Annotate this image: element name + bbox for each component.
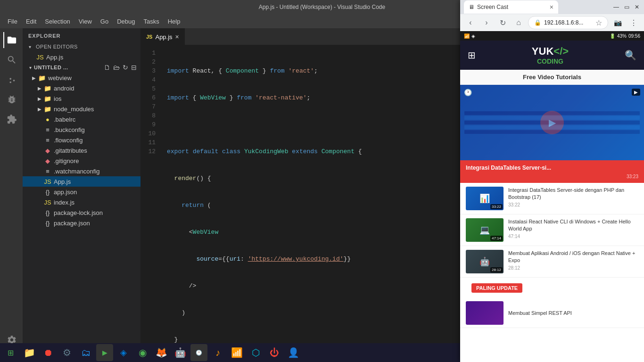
taskbar-apps2-icon[interactable]: ⬡ [247,344,264,361]
menu-tasks[interactable]: Tasks [140,16,163,27]
website-content[interactable]: ⊞ YUK</> CODING 🔍 Free Video Tutorials [460,41,644,362]
taskbar-android-icon[interactable]: 🤖 [172,344,189,361]
folder-android[interactable]: ▶ 📁 android [23,83,140,93]
menu-edit[interactable]: Edit [22,16,40,27]
section-badge-container: PALING UPDATE [460,278,644,298]
yuk-menu-icon[interactable]: ⊞ [468,49,476,61]
menu-help[interactable]: Help [164,16,184,27]
taskbar-record-icon[interactable]: ⏺ [40,344,57,361]
browser-maximize-btn[interactable]: ▭ [623,4,630,10]
featured-duration-badge: ▶ [632,89,640,96]
taskbar-chrome-icon[interactable]: ◉ [134,344,151,361]
android-arrow: ▶ [36,86,43,91]
video-thumb-1: 📊 33:22 [466,187,504,210]
menu-selection[interactable]: Selection [41,16,74,27]
browser-minimize-btn[interactable]: — [613,4,619,10]
activity-search-icon[interactable] [3,52,19,68]
address-bar[interactable]: 🔒 192.168.1.6:8... ☆ [528,16,608,29]
menu-file[interactable]: File [4,16,21,27]
taskbar-music-icon[interactable]: ♪ [209,344,226,361]
taskbar-power-icon[interactable]: ⏻ [266,344,283,361]
new-file-action[interactable]: 🗋 [103,63,111,72]
browser-home-btn[interactable]: ⌂ [512,16,525,29]
browser-back-btn[interactable]: ‹ [464,16,477,29]
activity-git-icon[interactable] [3,72,19,88]
browser-refresh-btn[interactable]: ↻ [496,16,509,29]
collapse-action[interactable]: ⊟ [130,63,138,72]
taskbar-firefox-icon[interactable]: 🦊 [153,344,170,361]
browser-screenshot-btn[interactable]: 📷 [611,16,624,29]
browser-window-controls: — ▭ ✕ [613,4,640,10]
browser-tab-close[interactable]: × [550,3,553,11]
packagelockjson-icon: {} [43,209,52,216]
activity-explorer-icon[interactable] [3,32,19,48]
browser-forward-btn[interactable]: › [480,16,493,29]
folder-node-modules[interactable]: ▶ 📁 node_modules [23,104,140,114]
flowconfig-icon: ≡ [43,137,52,144]
folder-webview[interactable]: ▶ 📁 webview [23,73,140,83]
taskbar-avatar-icon[interactable]: 👤 [285,344,302,361]
menu-go[interactable]: Go [97,16,112,27]
phone-battery-icon: 🔋 [610,33,615,39]
project-name: UNTITLED ... [34,65,68,70]
thumb-duration-3: 28:12 [490,267,503,272]
browser-menu-btn[interactable]: ⋮ [627,16,640,29]
file-flowconfig[interactable]: ▶ ≡ .flowconfig [23,135,140,145]
android-folder-icon: 📁 [43,85,52,92]
featured-title: Integrasi DataTables Server-si... [466,164,638,172]
yuk-search-icon[interactable]: 🔍 [625,49,636,61]
taskbar-terminal-icon[interactable]: ▶ [96,344,113,361]
sidebar-actions: 🗋 🗁 ↻ ⊟ [103,63,140,72]
tab-js-icon: JS [146,34,152,40]
folder-icon: 📁 [38,74,46,82]
activity-debug-icon[interactable] [3,91,19,107]
video-list-item-2[interactable]: 💻 47:14 Instalasi React Native CLI di Wi… [460,214,644,246]
buckconfig-icon: ≡ [43,126,52,133]
open-editors-arrow: ▾ [26,44,34,49]
file-appjson[interactable]: ▶ {} app.json [23,187,140,197]
featured-thumbnail[interactable]: 🕐 ▶ ▶ [460,85,644,160]
browser-navbar: ‹ › ↻ ⌂ 🔒 192.168.1.6:8... ☆ 📷 ⋮ [460,14,644,31]
file-packagelockjson[interactable]: ▶ {} package-lock.json [23,207,140,218]
refresh-action[interactable]: ↻ [122,63,129,72]
taskbar-appstore-icon[interactable]: 🗂 [77,344,94,361]
taskbar-wifi-icon[interactable]: 📶 [228,344,245,361]
file-watchmanconfig[interactable]: ▶ ≡ .watchmanconfig [23,166,140,176]
watchmanconfig-icon: ≡ [43,168,52,175]
open-editors-label: OPEN EDITORS [36,44,78,49]
tab-appjs[interactable]: JS App.js × [140,28,185,45]
file-buckconfig[interactable]: ▶ ≡ .buckconfig [23,124,140,135]
project-root[interactable]: ▾ UNTITLED ... 🗋 🗁 ↻ ⊟ [23,62,140,73]
video-list-item-1[interactable]: 📊 33:22 Integrasi DataTables Server-side… [460,183,644,214]
file-indexjs[interactable]: ▶ JS index.js [23,197,140,207]
bottom-video-item[interactable]: Membuat Simpel REST API [460,298,644,328]
taskbar-clock-icon[interactable]: 🕐 [190,344,207,361]
phone-screen: 📶 ◈ 🔋 43% 09:56 ⊞ YUK</> CODING 🔍 [460,31,644,362]
folder-ios[interactable]: ▶ 📁 ios [23,93,140,104]
open-editor-filename: App.js [46,54,63,61]
taskbar-apps-icon[interactable]: ⊞ [2,344,19,361]
open-editor-appjs[interactable]: JS App.js [23,52,140,62]
menu-view[interactable]: View [75,16,96,27]
activity-extensions-icon[interactable] [3,111,19,127]
video-thumb-2: 💻 47:14 [466,218,504,242]
project-arrow: ▾ [26,65,34,70]
file-babelrc[interactable]: ▶ ● .babelrc [23,114,140,124]
file-packagejson[interactable]: ▶ {} package.json [23,218,140,228]
taskbar-vscode-icon[interactable]: ◈ [115,344,132,361]
browser-close-btn[interactable]: ✕ [634,4,640,10]
taskbar-files-icon[interactable]: 📁 [21,344,38,361]
browser-tab[interactable]: 🖥 Screen Cast × [464,0,558,14]
thumb-duration-2: 47:14 [490,236,503,241]
file-appjs[interactable]: ▶ JS App.js [23,176,140,187]
new-folder-action[interactable]: 🗁 [112,63,121,72]
file-gitattributes[interactable]: ▶ ◆ .gitattributes [23,145,140,156]
menu-debug[interactable]: Debug [113,16,139,27]
nodemodules-arrow: ▶ [36,107,43,112]
video-list-item-3[interactable]: 🤖 28:12 Membuat Aplikasi Android / iOS d… [460,246,644,278]
file-gitignore[interactable]: ▶ ◆ .gitignore [23,156,140,166]
address-lock-icon: 🔒 [534,19,541,26]
tab-close-btn[interactable]: × [175,33,179,41]
taskbar-settings-icon[interactable]: ⚙ [58,344,75,361]
ios-arrow: ▶ [36,96,43,101]
